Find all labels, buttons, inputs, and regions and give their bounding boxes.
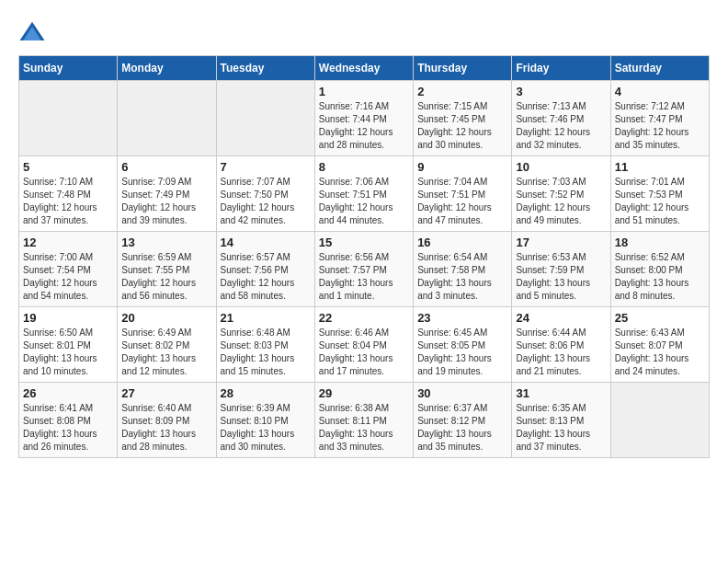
day-info: Sunrise: 6:45 AM Sunset: 8:05 PM Dayligh… <box>417 327 507 378</box>
calendar-cell: 3Sunrise: 7:13 AM Sunset: 7:46 PM Daylig… <box>512 81 610 156</box>
day-number: 18 <box>615 236 705 249</box>
day-number: 26 <box>23 386 113 400</box>
day-info: Sunrise: 7:01 AM Sunset: 7:53 PM Dayligh… <box>615 176 705 227</box>
weekday-wednesday: Wednesday <box>314 56 413 81</box>
day-info: Sunrise: 6:59 AM Sunset: 7:55 PM Dayligh… <box>121 251 211 303</box>
calendar-cell: 1Sunrise: 7:16 AM Sunset: 7:44 PM Daylig… <box>314 81 413 156</box>
calendar-cell: 25Sunrise: 6:43 AM Sunset: 8:07 PM Dayli… <box>610 307 709 383</box>
day-info: Sunrise: 6:41 AM Sunset: 8:08 PM Dayligh… <box>23 402 113 454</box>
calendar-cell <box>610 383 709 458</box>
calendar-cell: 20Sunrise: 6:49 AM Sunset: 8:02 PM Dayli… <box>118 307 216 383</box>
calendar-cell: 15Sunrise: 6:56 AM Sunset: 7:57 PM Dayli… <box>314 232 413 307</box>
weekday-tuesday: Tuesday <box>216 56 314 81</box>
calendar-cell: 2Sunrise: 7:15 AM Sunset: 7:45 PM Daylig… <box>414 81 512 156</box>
day-number: 28 <box>221 386 311 400</box>
calendar-cell <box>216 81 314 156</box>
day-info: Sunrise: 6:37 AM Sunset: 8:12 PM Dayligh… <box>417 402 507 454</box>
day-info: Sunrise: 7:16 AM Sunset: 7:44 PM Dayligh… <box>319 100 409 152</box>
calendar-cell: 5Sunrise: 7:10 AM Sunset: 7:48 PM Daylig… <box>19 156 118 232</box>
calendar-cell: 24Sunrise: 6:44 AM Sunset: 8:06 PM Dayli… <box>512 307 610 383</box>
day-info: Sunrise: 6:38 AM Sunset: 8:11 PM Dayligh… <box>319 402 409 454</box>
day-number: 6 <box>121 160 211 174</box>
day-info: Sunrise: 6:35 AM Sunset: 8:13 PM Dayligh… <box>516 402 606 454</box>
day-number: 24 <box>516 311 606 325</box>
calendar-cell: 28Sunrise: 6:39 AM Sunset: 8:10 PM Dayli… <box>216 383 314 458</box>
calendar-cell: 10Sunrise: 7:03 AM Sunset: 7:52 PM Dayli… <box>512 156 610 232</box>
calendar-cell: 29Sunrise: 6:38 AM Sunset: 8:11 PM Dayli… <box>314 383 413 458</box>
calendar-week-4: 26Sunrise: 6:41 AM Sunset: 8:08 PM Dayli… <box>19 383 710 458</box>
calendar-cell: 16Sunrise: 6:54 AM Sunset: 7:58 PM Dayli… <box>414 232 512 307</box>
calendar-cell: 14Sunrise: 6:57 AM Sunset: 7:56 PM Dayli… <box>216 232 314 307</box>
day-info: Sunrise: 6:48 AM Sunset: 8:03 PM Dayligh… <box>221 327 311 378</box>
day-number: 30 <box>417 386 507 400</box>
calendar-cell: 17Sunrise: 6:53 AM Sunset: 7:59 PM Dayli… <box>512 232 610 307</box>
day-info: Sunrise: 6:53 AM Sunset: 7:59 PM Dayligh… <box>516 251 606 303</box>
day-number: 12 <box>23 236 113 249</box>
calendar-body: 1Sunrise: 7:16 AM Sunset: 7:44 PM Daylig… <box>19 81 710 458</box>
calendar-cell: 27Sunrise: 6:40 AM Sunset: 8:09 PM Dayli… <box>118 383 216 458</box>
day-number: 8 <box>319 160 409 174</box>
calendar-cell: 22Sunrise: 6:46 AM Sunset: 8:04 PM Dayli… <box>314 307 413 383</box>
day-number: 25 <box>615 311 705 325</box>
calendar-cell <box>118 81 216 156</box>
calendar-cell: 26Sunrise: 6:41 AM Sunset: 8:08 PM Dayli… <box>19 383 118 458</box>
day-number: 13 <box>121 236 211 249</box>
day-info: Sunrise: 6:57 AM Sunset: 7:56 PM Dayligh… <box>221 251 311 303</box>
day-info: Sunrise: 7:15 AM Sunset: 7:45 PM Dayligh… <box>417 100 507 152</box>
calendar-table: SundayMondayTuesdayWednesdayThursdayFrid… <box>18 55 710 458</box>
day-info: Sunrise: 7:07 AM Sunset: 7:50 PM Dayligh… <box>221 176 311 227</box>
day-info: Sunrise: 7:13 AM Sunset: 7:46 PM Dayligh… <box>516 100 606 152</box>
calendar-header: SundayMondayTuesdayWednesdayThursdayFrid… <box>19 56 710 81</box>
day-number: 15 <box>319 236 409 249</box>
calendar-cell: 19Sunrise: 6:50 AM Sunset: 8:01 PM Dayli… <box>19 307 118 383</box>
day-info: Sunrise: 7:12 AM Sunset: 7:47 PM Dayligh… <box>615 100 705 152</box>
calendar-cell: 21Sunrise: 6:48 AM Sunset: 8:03 PM Dayli… <box>216 307 314 383</box>
day-info: Sunrise: 6:56 AM Sunset: 7:57 PM Dayligh… <box>319 251 409 303</box>
day-info: Sunrise: 7:04 AM Sunset: 7:51 PM Dayligh… <box>417 176 507 227</box>
logo-icon <box>18 18 46 46</box>
day-number: 19 <box>23 311 113 325</box>
weekday-saturday: Saturday <box>610 56 709 81</box>
calendar-week-1: 5Sunrise: 7:10 AM Sunset: 7:48 PM Daylig… <box>19 156 710 232</box>
day-number: 20 <box>121 311 211 325</box>
day-number: 1 <box>319 85 409 98</box>
weekday-monday: Monday <box>118 56 216 81</box>
day-info: Sunrise: 7:06 AM Sunset: 7:51 PM Dayligh… <box>319 176 409 227</box>
weekday-thursday: Thursday <box>414 56 512 81</box>
day-number: 7 <box>221 160 311 174</box>
day-number: 16 <box>417 236 507 249</box>
weekday-friday: Friday <box>512 56 610 81</box>
calendar-cell: 31Sunrise: 6:35 AM Sunset: 8:13 PM Dayli… <box>512 383 610 458</box>
calendar-cell: 7Sunrise: 7:07 AM Sunset: 7:50 PM Daylig… <box>216 156 314 232</box>
logo <box>18 18 51 46</box>
day-info: Sunrise: 6:50 AM Sunset: 8:01 PM Dayligh… <box>23 327 113 378</box>
calendar-cell: 23Sunrise: 6:45 AM Sunset: 8:05 PM Dayli… <box>414 307 512 383</box>
day-number: 3 <box>516 85 606 98</box>
calendar-week-3: 19Sunrise: 6:50 AM Sunset: 8:01 PM Dayli… <box>19 307 710 383</box>
day-number: 31 <box>516 386 606 400</box>
calendar-cell: 11Sunrise: 7:01 AM Sunset: 7:53 PM Dayli… <box>610 156 709 232</box>
day-number: 14 <box>221 236 311 249</box>
day-info: Sunrise: 7:10 AM Sunset: 7:48 PM Dayligh… <box>23 176 113 227</box>
day-info: Sunrise: 6:44 AM Sunset: 8:06 PM Dayligh… <box>516 327 606 378</box>
weekday-header-row: SundayMondayTuesdayWednesdayThursdayFrid… <box>19 56 710 81</box>
day-info: Sunrise: 6:39 AM Sunset: 8:10 PM Dayligh… <box>221 402 311 454</box>
day-number: 11 <box>615 160 705 174</box>
day-number: 5 <box>23 160 113 174</box>
day-number: 27 <box>121 386 211 400</box>
day-number: 4 <box>615 85 705 98</box>
calendar-cell: 8Sunrise: 7:06 AM Sunset: 7:51 PM Daylig… <box>314 156 413 232</box>
day-number: 9 <box>417 160 507 174</box>
day-number: 2 <box>417 85 507 98</box>
calendar-cell <box>19 81 118 156</box>
day-info: Sunrise: 6:46 AM Sunset: 8:04 PM Dayligh… <box>319 327 409 378</box>
calendar-cell: 18Sunrise: 6:52 AM Sunset: 8:00 PM Dayli… <box>610 232 709 307</box>
day-number: 10 <box>516 160 606 174</box>
day-info: Sunrise: 7:09 AM Sunset: 7:49 PM Dayligh… <box>121 176 211 227</box>
calendar-week-2: 12Sunrise: 7:00 AM Sunset: 7:54 PM Dayli… <box>19 232 710 307</box>
day-number: 29 <box>319 386 409 400</box>
calendar-cell: 6Sunrise: 7:09 AM Sunset: 7:49 PM Daylig… <box>118 156 216 232</box>
calendar-cell: 12Sunrise: 7:00 AM Sunset: 7:54 PM Dayli… <box>19 232 118 307</box>
weekday-sunday: Sunday <box>19 56 118 81</box>
page-header <box>18 18 710 46</box>
